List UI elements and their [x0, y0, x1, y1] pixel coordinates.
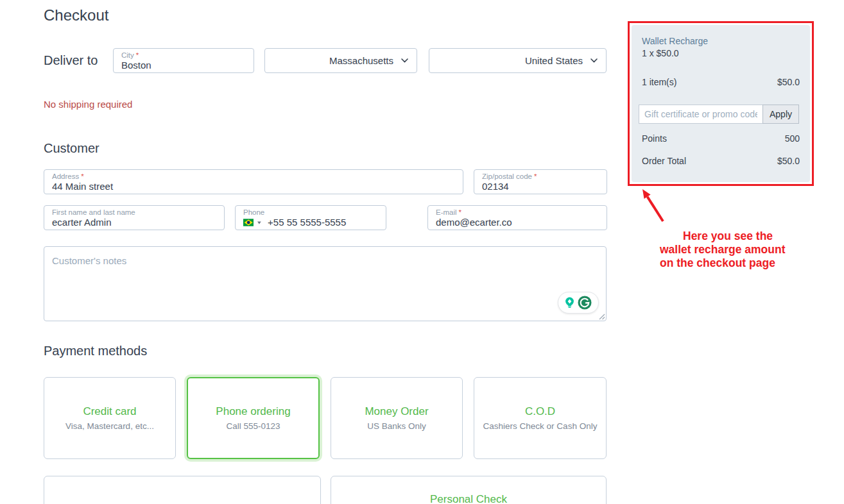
grammarly-widget[interactable]	[558, 292, 599, 314]
city-field[interactable]: City*	[113, 48, 254, 73]
items-total-value: $50.0	[777, 77, 800, 87]
state-value: Massachusetts	[329, 55, 393, 66]
required-asterisk: *	[459, 208, 461, 216]
address-field[interactable]: Address*	[44, 169, 463, 194]
customer-notes-input[interactable]	[44, 246, 607, 321]
promo-code-row: Apply	[639, 105, 799, 124]
promo-code-input[interactable]	[639, 105, 763, 124]
payment-card-title: Money Order	[365, 405, 428, 418]
points-value: 500	[785, 133, 800, 144]
lightbulb-icon[interactable]	[565, 297, 574, 309]
annotation-arrow-icon	[637, 188, 669, 226]
annotation-text: Here you see the wallet recharge amount …	[660, 230, 797, 270]
summary-total-row: Order Total $50.0	[642, 156, 800, 166]
payment-card-title: Credit card	[83, 405, 136, 418]
email-label: E-mail*	[436, 208, 599, 217]
payment-card-cod[interactable]: C.O.D Cashiers Check or Cash Only	[474, 377, 607, 459]
payment-card-subtitle: Visa, Mastercard, etc...	[65, 421, 154, 431]
city-input[interactable]	[121, 60, 246, 71]
phone-label: Phone	[243, 208, 378, 217]
points-label: Points	[642, 133, 667, 144]
payment-card-subtitle: Call 555-0123	[226, 421, 280, 431]
payment-methods-heading: Payment methods	[44, 344, 147, 358]
email-field[interactable]: E-mail*	[427, 205, 607, 230]
order-total-value: $50.0	[777, 156, 800, 166]
resize-corner-icon[interactable]	[598, 313, 605, 320]
payment-card-personal-check[interactable]: Personal Check	[331, 476, 607, 504]
apply-promo-button[interactable]: Apply	[762, 105, 799, 124]
zip-input[interactable]	[482, 181, 599, 192]
zip-label: Zip/postal code*	[482, 172, 599, 181]
customer-notes-wrap	[44, 246, 607, 321]
chevron-down-icon	[590, 58, 598, 63]
deliver-to-heading: Deliver to	[44, 53, 98, 68]
name-field[interactable]: First name and last name	[44, 205, 225, 230]
summary-points-row: Points 500	[642, 133, 800, 144]
address-input[interactable]	[52, 181, 455, 192]
phone-input[interactable]	[268, 217, 378, 228]
state-select[interactable]: Massachusetts	[264, 48, 417, 73]
payment-card-money-order[interactable]: Money Order US Banks Only	[331, 377, 463, 459]
order-summary: Wallet Recharge 1 x $50.0 1 item(s) $50.…	[632, 25, 810, 182]
brazil-flag-icon[interactable]	[243, 218, 254, 227]
shipping-notice: No shipping required	[44, 99, 132, 110]
name-label: First name and last name	[52, 208, 216, 217]
payment-card-phone-ordering[interactable]: Phone ordering Call 555-0123	[187, 377, 320, 459]
summary-product-link[interactable]: Wallet Recharge	[642, 36, 708, 46]
payment-card-subtitle: Cashiers Check or Cash Only	[483, 421, 598, 431]
zip-field[interactable]: Zip/postal code*	[474, 169, 607, 194]
grammarly-g-icon[interactable]	[578, 296, 592, 310]
items-count-label: 1 item(s)	[642, 77, 676, 87]
payment-card-title: Phone ordering	[216, 405, 290, 418]
required-asterisk: *	[81, 172, 83, 180]
city-label: City*	[121, 51, 246, 60]
order-total-label: Order Total	[642, 156, 686, 166]
email-input[interactable]	[436, 217, 599, 228]
country-value: United States	[525, 55, 583, 66]
payment-card-title: C.O.D	[525, 405, 555, 418]
required-asterisk: *	[136, 51, 139, 59]
payment-card-title: Personal Check	[430, 493, 507, 504]
page-title: Checkout	[44, 6, 108, 24]
address-label: Address*	[52, 172, 455, 181]
name-input[interactable]	[52, 217, 216, 228]
phone-field[interactable]: Phone	[235, 205, 386, 230]
checkout-page: Checkout Deliver to City* Massachusetts …	[0, 0, 844, 504]
payment-card-partial-left[interactable]	[44, 476, 321, 504]
payment-card-credit-card[interactable]: Credit card Visa, Mastercard, etc...	[44, 377, 176, 459]
caret-down-icon[interactable]	[257, 221, 261, 224]
required-asterisk: *	[534, 172, 537, 180]
customer-heading: Customer	[44, 141, 99, 156]
chevron-down-icon	[401, 58, 408, 63]
country-select[interactable]: United States	[429, 48, 607, 73]
summary-product-qty: 1 x $50.0	[642, 48, 679, 58]
summary-items-row: 1 item(s) $50.0	[642, 77, 800, 87]
payment-card-subtitle: US Banks Only	[367, 421, 426, 431]
